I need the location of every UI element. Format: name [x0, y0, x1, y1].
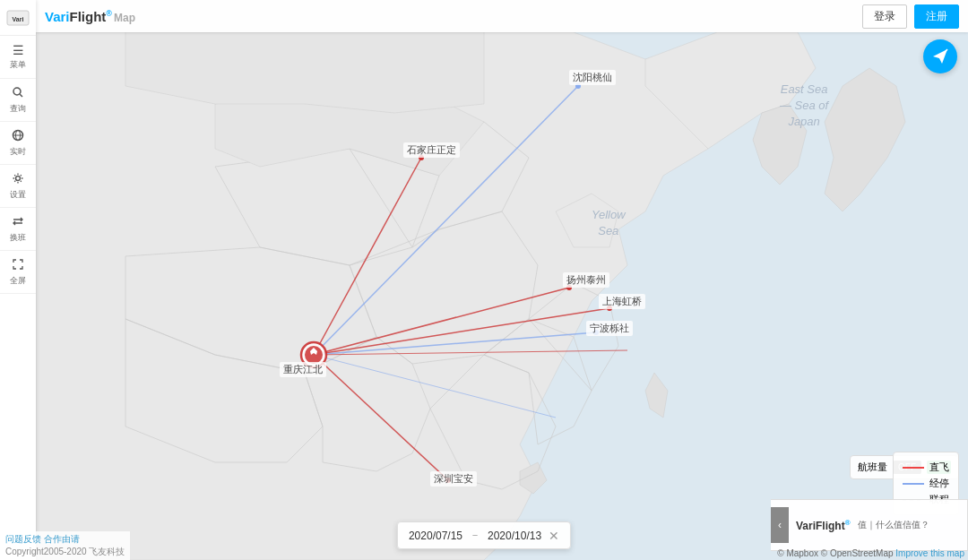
sidebar-logo: Vari — [0, 0, 36, 36]
fullscreen-icon — [12, 258, 24, 273]
legend-direct: 直飞 — [903, 461, 949, 474]
register-button[interactable]: 注册 — [914, 4, 959, 29]
svg-point-23 — [607, 306, 612, 311]
settings-icon — [12, 172, 24, 187]
sidebar-item-fullscreen[interactable]: 全屏 — [0, 251, 36, 294]
sidebar-item-label: 实时 — [10, 146, 26, 158]
sidebar-item-menu[interactable]: ☰ 菜单 — [0, 36, 36, 79]
date-bar: 2020/07/15 － 2020/10/13 ✕ — [397, 521, 571, 549]
improve-map-link[interactable]: Improve this map — [895, 548, 964, 558]
svg-text:Vari: Vari — [13, 16, 24, 22]
legend-line-stop — [903, 483, 924, 485]
legend-label-direct: 直飞 — [929, 461, 949, 474]
svg-point-22 — [566, 285, 572, 290]
menu-icon: ☰ — [13, 43, 24, 57]
topbar: VariFlight®Map 登录 注册 — [36, 0, 968, 32]
sidebar-item-settings[interactable]: 设置 — [0, 165, 36, 208]
sidebar-item-label: 查询 — [10, 103, 26, 115]
svg-point-25 — [445, 478, 451, 483]
sidebar-item-label: 设置 — [10, 189, 26, 201]
svg-line-3 — [20, 94, 22, 97]
variflight-panel: ‹ VariFlight® 值｜什么值信值？ — [771, 499, 968, 551]
map-container[interactable]: East Sea — Sea of Japan Yellow Sea 沈阳桃仙 … — [36, 32, 968, 560]
svg-point-2 — [13, 88, 21, 95]
attribution: © Mapbox © OpenStreetMap Improve this ma… — [774, 547, 968, 560]
cooperation-link[interactable]: 合作由请 — [44, 534, 80, 544]
login-button[interactable]: 登录 — [862, 4, 907, 29]
globe-icon — [12, 129, 24, 144]
sidebar-item-label: 换班 — [10, 232, 26, 244]
date-start: 2020/07/15 — [409, 530, 462, 542]
svg-point-7 — [16, 176, 21, 180]
search-icon — [12, 86, 24, 101]
sidebar-item-globe[interactable]: 实时 — [0, 122, 36, 165]
variflight-text: 值｜什么值信值？ — [858, 519, 956, 531]
sidebar-item-label: 菜单 — [10, 59, 26, 71]
flight-toggle-label: 航班量 — [858, 461, 887, 474]
copyright-text: Copyright2005-2020 飞友科技 — [5, 547, 125, 556]
legend-stop: 经停 — [903, 477, 949, 490]
switch-icon — [12, 215, 24, 230]
fab-button[interactable] — [923, 39, 957, 73]
sidebar: Vari ☰ 菜单 查询 实时 设置 换班 全屏 — [0, 0, 36, 560]
mapbox-attr: © Mapbox — [777, 548, 818, 558]
sidebar-item-search[interactable]: 查询 — [0, 79, 36, 122]
svg-point-21 — [419, 155, 424, 160]
date-bar-close[interactable]: ✕ — [549, 529, 559, 543]
feedback-link[interactable]: 问题反馈 — [5, 534, 41, 544]
legend-label-stop: 经停 — [929, 477, 949, 490]
date-separator: － — [470, 528, 480, 543]
legend-line-direct — [903, 467, 924, 469]
variflight-logo: VariFlight® — [796, 519, 851, 532]
copyright: 问题反馈 合作由请 Copyright2005-2020 飞友科技 — [0, 531, 130, 560]
map-svg — [36, 32, 968, 560]
sidebar-item-switch[interactable]: 换班 — [0, 208, 36, 251]
panel-collapse-button[interactable]: ‹ — [771, 507, 789, 543]
osm-attr: © OpenStreetMap — [821, 548, 894, 558]
app-logo: VariFlight®Map — [45, 9, 135, 24]
svg-point-24 — [593, 330, 599, 335]
date-end: 2020/10/13 — [488, 530, 541, 542]
svg-point-20 — [575, 83, 581, 89]
sidebar-item-label: 全屏 — [10, 275, 26, 287]
